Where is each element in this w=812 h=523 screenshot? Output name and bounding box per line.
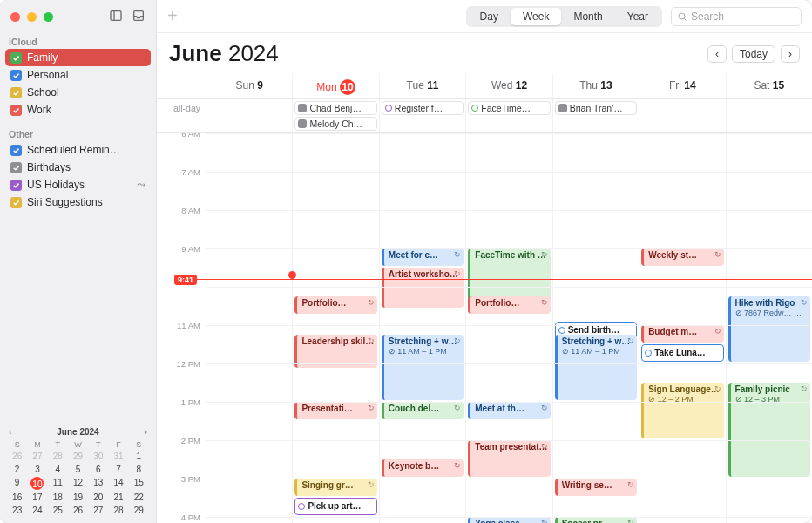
mini-day[interactable]: 7 (108, 464, 128, 475)
event[interactable]: Pick up art… (294, 498, 376, 515)
event[interactable]: Weekly st…↻ (641, 248, 723, 266)
mini-day[interactable]: 10 (30, 477, 44, 490)
sidebar-toggle-icon[interactable] (109, 9, 123, 25)
event[interactable]: Presentati…↻ (294, 402, 376, 419)
calendar-item[interactable]: Family (5, 49, 151, 66)
event[interactable]: Leadership skills work…↻ (294, 335, 376, 368)
event[interactable]: Team presentati…↻ (468, 440, 550, 477)
event[interactable]: Sign Language Club⊘ 12 – 2 PM↻ (641, 383, 723, 438)
calendar-checkbox[interactable] (10, 162, 22, 173)
event[interactable]: Couch del…↻ (382, 402, 464, 419)
fullscreen-window[interactable] (44, 12, 53, 22)
event[interactable]: Budget m…↻ (641, 325, 723, 343)
mini-day[interactable]: 26 (7, 451, 27, 462)
mini-day[interactable]: 16 (7, 492, 27, 503)
day-header[interactable]: Sun 9 (206, 74, 292, 98)
calendar-checkbox[interactable] (10, 105, 22, 116)
mini-day[interactable]: 27 (27, 451, 47, 462)
mini-day[interactable]: 6 (88, 464, 108, 475)
today-button[interactable]: Today (732, 45, 775, 63)
event[interactable]: Take Luna… (641, 344, 723, 362)
mini-day[interactable]: 28 (108, 505, 128, 516)
day-header[interactable]: Sat 15 (726, 74, 812, 98)
event[interactable]: Meet for c…↻ (382, 248, 464, 266)
mini-next[interactable]: › (145, 427, 147, 437)
calendar-checkbox[interactable] (10, 197, 22, 208)
mini-day[interactable]: 14 (108, 477, 128, 490)
mini-day[interactable]: 11 (48, 477, 68, 490)
calendar-checkbox[interactable] (10, 52, 22, 64)
view-week[interactable]: Week (511, 8, 561, 25)
calendar-item[interactable]: Siri Suggestions (5, 194, 151, 211)
event[interactable]: Portfolio…↻ (468, 296, 550, 314)
calendar-checkbox[interactable] (10, 87, 22, 98)
event[interactable]: Yoga class⊘ 501 Stanya… ⊘ 4 – 5:30 PM↻ (468, 517, 550, 523)
mini-day[interactable]: 29 (68, 451, 88, 462)
mini-day[interactable]: 3 (27, 464, 47, 475)
mini-day[interactable]: 30 (88, 451, 108, 462)
day-column[interactable]: Hike with Rigo⊘ 7867 Redw… ⊘ 10 AM – 12 … (726, 133, 812, 523)
calendar-item[interactable]: Scheduled Remin… (5, 141, 151, 159)
event[interactable]: Singing gr…↻ (294, 479, 376, 496)
mini-day[interactable]: 29 (129, 505, 149, 516)
minimize-window[interactable] (27, 12, 37, 22)
close-window[interactable] (10, 12, 20, 22)
next-week-button[interactable]: › (781, 45, 800, 63)
mini-day[interactable]: 25 (48, 505, 68, 516)
event[interactable]: Stretching + weights⊘ 11 AM – 1 PM↻ (382, 335, 464, 400)
mini-day[interactable]: 31 (108, 451, 128, 462)
event[interactable]: Meet at th…↻ (468, 402, 550, 419)
calendar-checkbox[interactable] (10, 180, 22, 191)
day-column[interactable]: Meet for c…↻Artist workshop…↻Stretching … (379, 133, 465, 523)
event[interactable]: Hike with Rigo⊘ 7867 Redw… ⊘ 10 AM – 12 … (728, 296, 810, 362)
mini-day[interactable]: 1 (129, 451, 149, 462)
mini-day[interactable]: 19 (68, 492, 88, 503)
mini-day[interactable]: 12 (68, 477, 88, 490)
inbox-icon[interactable] (132, 9, 145, 25)
search-input[interactable]: Search (671, 7, 802, 26)
mini-prev[interactable]: ‹ (9, 427, 11, 437)
day-header[interactable]: Tue 11 (379, 74, 465, 98)
day-header[interactable]: Thu 13 (552, 74, 639, 98)
calendar-checkbox[interactable] (10, 145, 22, 156)
day-column[interactable] (206, 133, 292, 523)
event[interactable]: Family picnic⊘ 12 – 3 PM↻ (728, 383, 810, 477)
allday-event[interactable]: Brian Tran'… (555, 101, 637, 115)
calendar-checkbox[interactable] (10, 70, 22, 81)
calendar-item[interactable]: Work (5, 101, 151, 119)
mini-day[interactable]: 18 (48, 492, 68, 503)
allday-event[interactable]: FaceTime… (468, 101, 550, 115)
day-column[interactable]: Portfolio…↻Leadership skills work…↻Prese… (292, 133, 378, 523)
view-year[interactable]: Year (615, 8, 660, 25)
mini-day[interactable]: 24 (27, 505, 47, 516)
view-month[interactable]: Month (561, 8, 614, 25)
mini-day[interactable]: 17 (27, 492, 47, 503)
day-column[interactable]: Weekly st…↻Budget m…↻Take Luna…Sign Lang… (639, 133, 725, 523)
add-event-button[interactable]: + (167, 6, 178, 26)
allday-event[interactable]: Chad Benj… (294, 101, 376, 115)
mini-day[interactable]: 21 (108, 492, 128, 503)
allday-event[interactable]: Melody Ch… (294, 117, 376, 131)
event[interactable]: Keynote b…↻ (382, 459, 464, 477)
day-column[interactable]: Send birth…Stretching + weights⊘ 11 AM –… (552, 133, 639, 523)
event[interactable]: Writing se…↻ (555, 479, 637, 496)
mini-day[interactable]: 22 (129, 492, 149, 503)
prev-week-button[interactable]: ‹ (707, 45, 727, 63)
calendar-item[interactable]: Birthdays (5, 159, 151, 176)
mini-day[interactable]: 2 (7, 464, 27, 475)
mini-day[interactable]: 20 (88, 492, 108, 503)
mini-day[interactable]: 15 (129, 477, 149, 490)
event[interactable]: Stretching + weights⊘ 11 AM – 1 PM↻ (555, 335, 637, 400)
mini-day[interactable]: 28 (48, 451, 68, 462)
mini-day[interactable]: 23 (7, 505, 27, 516)
event[interactable]: Soccer pr…↻ (555, 517, 637, 523)
mini-day[interactable]: 9 (7, 477, 27, 490)
calendar-item[interactable]: US Holidays⤳ (5, 176, 151, 194)
day-header[interactable]: Mon 10 (292, 74, 378, 98)
view-day[interactable]: Day (468, 8, 511, 25)
mini-day[interactable]: 27 (88, 505, 108, 516)
day-column[interactable]: FaceTime with Gran…↻Portfolio…↻Meet at t… (465, 133, 551, 523)
day-header[interactable]: Wed 12 (465, 74, 551, 98)
mini-day[interactable]: 4 (48, 464, 68, 475)
mini-day[interactable]: 26 (68, 505, 88, 516)
